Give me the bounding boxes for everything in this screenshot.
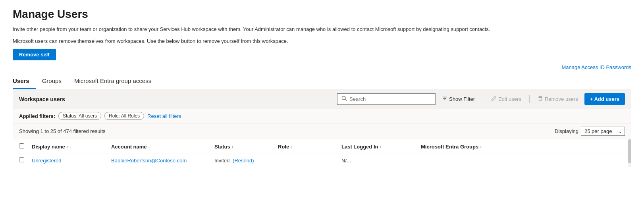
remove-self-button[interactable]: Remove self — [13, 49, 56, 60]
row-checkbox[interactable] — [19, 157, 24, 162]
description-1: Invite other people from your team or or… — [13, 25, 631, 33]
table-area: Display name ↑ ↓ Account name ↓ Status ↓… — [13, 139, 631, 167]
results-row: Showing 1 to 25 of 474 filtered results … — [13, 123, 631, 139]
toolbar-divider-2 — [529, 95, 530, 103]
col-header-status-label: Status — [214, 144, 230, 150]
tabs-row: Users Groups Microsoft Entra group acces… — [13, 73, 631, 89]
tab-groups[interactable]: Groups — [36, 73, 68, 89]
col-header-last-logged-in[interactable]: Last Logged In ↓ — [341, 144, 421, 150]
col-header-display-name[interactable]: Display name ↑ ↓ — [32, 144, 111, 150]
svg-rect-6 — [538, 97, 543, 97]
col-header-entra-groups[interactable]: Microsoft Entra Groups ↓ — [421, 144, 625, 150]
col-header-role-label: Role — [278, 144, 289, 150]
per-page-select[interactable]: 25 per page 50 per page 100 per page — [581, 127, 625, 136]
col-header-account-name-label: Account name — [111, 144, 147, 150]
add-users-button[interactable]: + Add users — [584, 93, 625, 105]
col-header-account-name[interactable]: Account name ↓ — [111, 144, 214, 150]
status-cell: Invited — [214, 158, 229, 164]
filter-tag-role[interactable]: Role: All Roles — [104, 112, 144, 120]
trash-icon — [538, 96, 543, 102]
description-2: Microsoft users can remove themselves fr… — [13, 37, 631, 45]
show-filter-label: Show Filter — [449, 96, 475, 102]
table-row: Unregistered BabbieRobertson@Contoso.com… — [13, 154, 631, 167]
filter-icon — [442, 96, 447, 102]
status-detail-link[interactable]: (Resend) — [233, 158, 254, 164]
sort-icon-account-name: ↓ — [148, 144, 150, 149]
scrollbar-thumb[interactable] — [628, 139, 631, 163]
search-input[interactable] — [349, 96, 431, 102]
sort-icon-entra-groups: ↓ — [480, 144, 482, 149]
col-header-display-name-label: Display name — [32, 144, 65, 150]
tab-users[interactable]: Users — [13, 73, 36, 89]
displaying-label: Displaying — [555, 128, 578, 134]
search-icon — [341, 96, 347, 102]
scrollbar-track[interactable] — [628, 139, 631, 167]
table-header-row: Display name ↑ ↓ Account name ↓ Status ↓… — [13, 139, 631, 154]
display-name-cell[interactable]: Unregistered — [32, 158, 61, 164]
remove-users-label: Remove users — [545, 96, 578, 102]
results-count-text: Showing 1 to 25 of 474 filtered results — [19, 128, 106, 134]
edit-users-button[interactable]: Edit users — [488, 94, 524, 104]
sort-icon-display-name: ↑ ↓ — [66, 144, 72, 149]
sort-icon-role: ↓ — [290, 144, 293, 149]
account-name-cell[interactable]: BabbieRobertson@Contoso.com — [111, 158, 187, 164]
col-header-entra-groups-label: Microsoft Entra Groups — [421, 144, 478, 150]
svg-rect-5 — [539, 96, 541, 97]
remove-users-button[interactable]: Remove users — [534, 94, 581, 104]
edit-icon — [491, 96, 497, 102]
workspace-toolbar: Workspace users Show Filter — [13, 89, 631, 109]
select-all-checkbox[interactable] — [19, 143, 24, 148]
filters-row: Applied filters: Status: All users Role:… — [13, 109, 631, 123]
tab-entra-group-access[interactable]: Microsoft Entra group access — [68, 73, 158, 89]
page-title: Manage Users — [13, 8, 631, 21]
applied-filters-label: Applied filters: — [19, 113, 55, 119]
last-logged-cell: N/... — [341, 158, 351, 164]
reset-all-filters-button[interactable]: Reset all filters — [147, 113, 181, 119]
show-filter-button[interactable]: Show Filter — [439, 94, 478, 104]
filter-tag-status[interactable]: Status: All users — [58, 112, 101, 120]
svg-line-1 — [345, 99, 347, 101]
col-header-status[interactable]: Status ↓ — [214, 144, 278, 150]
col-header-role[interactable]: Role ↓ — [278, 144, 341, 150]
sort-icon-last-logged: ↓ — [379, 144, 382, 149]
manage-access-id-passwords-link[interactable]: Manage Access ID Passwords — [561, 64, 631, 70]
search-box — [337, 93, 436, 105]
workspace-label: Workspace users — [19, 96, 334, 102]
svg-point-0 — [342, 96, 345, 100]
per-page-section: Displaying 25 per page 50 per page 100 p… — [555, 127, 625, 136]
edit-users-label: Edit users — [498, 96, 521, 102]
toolbar-divider-1 — [483, 95, 483, 103]
sort-icon-status: ↓ — [231, 144, 234, 149]
col-header-last-logged-in-label: Last Logged In — [341, 144, 378, 150]
